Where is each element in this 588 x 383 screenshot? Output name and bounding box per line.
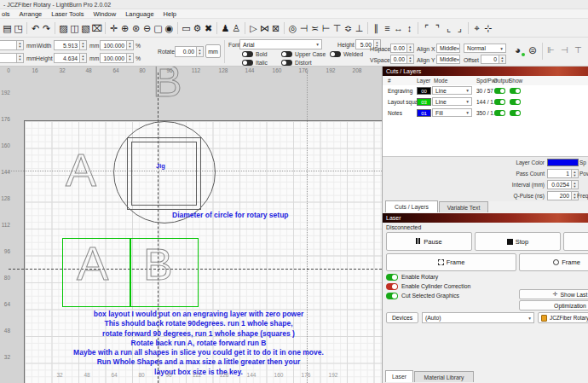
current-device-button[interactable]: JCZFiber Rotary <box>538 312 588 323</box>
output-toggle[interactable] <box>494 88 505 94</box>
height-pct-spinner[interactable] <box>127 53 134 63</box>
hspace-spinner[interactable] <box>407 44 414 53</box>
output-toggle[interactable] <box>494 110 505 116</box>
copy-icon[interactable]: ◫ <box>69 21 80 35</box>
menu-window[interactable]: Window <box>94 10 117 18</box>
show-toggle[interactable] <box>510 88 521 94</box>
interval-spinner[interactable] <box>572 180 579 189</box>
notes-text-block[interactable]: box layout I would put on an engraving l… <box>15 310 382 377</box>
align-y-select[interactable]: Middle▾ <box>436 55 460 64</box>
corner-tl-icon[interactable]: ⌜ <box>421 21 432 35</box>
machine-settings-icon[interactable]: ✖ <box>203 21 214 35</box>
interval-field[interactable]: 0.0254 <box>547 180 572 189</box>
xpos-field[interactable] <box>0 40 17 50</box>
layer-mode-select[interactable]: Fill▾ <box>432 108 472 117</box>
ypos-spinner[interactable] <box>17 53 24 63</box>
tab-variable-text[interactable]: Variable Text <box>439 201 488 212</box>
show-last-button[interactable]: ✛ Show Last <box>519 289 588 299</box>
focus-target-icon[interactable]: ◎ <box>287 21 298 35</box>
show-toggle[interactable] <box>510 110 521 116</box>
user-icon[interactable]: ♙ <box>231 21 242 35</box>
xpos-spinner[interactable] <box>17 40 24 50</box>
pass-count-field[interactable]: 1 <box>547 169 572 178</box>
design-canvas[interactable]: 0 16 32 48 64 80 96 112 128 144 160 176 … <box>0 67 382 383</box>
start-arrow-icon[interactable]: ▷ <box>248 21 259 35</box>
text-style-select[interactable]: Normal▾ <box>464 44 506 53</box>
vspace-spinner[interactable] <box>407 55 414 64</box>
enable-rotary-toggle[interactable] <box>386 274 398 281</box>
output-toggle[interactable] <box>494 99 505 105</box>
letter-b-top-shape[interactable]: B <box>153 67 182 103</box>
offset-spinner[interactable] <box>499 55 506 64</box>
align-right-icon[interactable]: ⊢ <box>320 21 331 35</box>
select-marquee-icon[interactable]: ▢ <box>153 21 164 35</box>
hspace-equal-icon[interactable]: ↔ <box>393 21 404 35</box>
corner-br-icon[interactable]: ⌟ <box>454 21 465 35</box>
delete-icon[interactable]: ⌧ <box>91 21 102 35</box>
layer-row-notes[interactable]: Notes 01 Fill▾ 350 / 1.0 <box>383 107 588 119</box>
camera-icon[interactable]: ◉ <box>164 21 175 35</box>
import-icon[interactable]: ◳ <box>13 21 24 35</box>
layer-mode-select[interactable]: Line▾ <box>432 86 472 95</box>
zoom-frame-icon[interactable]: ⊛ <box>130 21 141 35</box>
vspace-equal-icon[interactable]: ↕ <box>404 21 415 35</box>
laser-header[interactable]: Laser <box>383 213 588 223</box>
box-letter-b-shape[interactable]: B <box>143 242 173 287</box>
redo-icon[interactable]: ↷ <box>41 21 52 35</box>
italic-toggle[interactable] <box>242 60 253 66</box>
laser-pointer-icon[interactable]: ◕ <box>515 44 521 56</box>
device-settings-icon[interactable]: ⚙ <box>192 21 203 35</box>
height-spinner[interactable] <box>80 53 87 63</box>
align-bottom-icon[interactable]: ⊥ <box>354 21 365 35</box>
zoom-out-icon[interactable]: ⊖ <box>141 21 153 35</box>
paste-special-icon[interactable]: ▨ <box>58 21 69 35</box>
hang-icon[interactable]: ⊤ <box>574 45 582 55</box>
preview-icon[interactable]: ▭ <box>181 21 192 35</box>
upper-case-toggle[interactable] <box>281 51 292 57</box>
jig-label[interactable]: Jig <box>156 162 165 170</box>
distribute-h-icon[interactable]: ∥ <box>371 21 382 35</box>
push-left-icon[interactable]: ⊩ <box>547 45 555 55</box>
layer-color-chip[interactable]: 03 <box>417 98 431 106</box>
frame-circle-button[interactable]: Frame <box>519 253 588 271</box>
undo-icon[interactable]: ↶ <box>30 21 41 35</box>
rotate-spinner[interactable] <box>197 46 204 57</box>
menu-tools[interactable]: ols <box>2 10 10 18</box>
layer-mode-select[interactable]: Line▾ <box>432 97 472 106</box>
menu-laser-tools[interactable]: Laser Tools <box>51 10 84 18</box>
width-pct-field[interactable]: 100.000 <box>100 40 127 50</box>
align-left-icon[interactable]: ⊣ <box>298 21 309 35</box>
width-spinner[interactable] <box>80 40 87 50</box>
tab-cuts-layers[interactable]: Cuts / Layers <box>385 200 438 212</box>
height-pct-field[interactable]: 100.000 <box>100 53 127 63</box>
layer-row-layout-square[interactable]: Layout square 03 Line▾ 144 / 1.0 <box>383 96 588 107</box>
device-auto-select[interactable]: (Auto) ▾ <box>422 312 534 323</box>
menu-arrange[interactable]: Arrange <box>20 10 43 18</box>
corner-tr-icon[interactable]: ⌝ <box>432 21 443 35</box>
bold-toggle[interactable] <box>242 51 253 57</box>
mirror-h-icon[interactable]: ⋈ <box>259 21 270 35</box>
menu-language[interactable]: Language <box>125 10 153 18</box>
align-middle-icon[interactable]: ≎ <box>343 21 354 35</box>
mirror-v-icon[interactable]: ⊠ <box>270 21 281 35</box>
height-field[interactable]: 4.634 <box>54 53 80 63</box>
width-field[interactable]: 5.913 <box>54 40 80 50</box>
push-right-icon[interactable]: ⊣ <box>561 45 568 55</box>
ypos-field[interactable] <box>0 53 17 63</box>
devices-button[interactable]: Devices <box>386 312 418 323</box>
start-button-clipped[interactable] <box>563 232 588 251</box>
cuts-layers-header[interactable]: Cuts / Layers <box>383 67 588 76</box>
layer-color-chip[interactable]: 01 <box>417 109 431 117</box>
layer-color-swatch[interactable] <box>547 159 579 166</box>
frame-button[interactable]: Frame <box>386 253 516 271</box>
stop-button[interactable]: Stop <box>475 232 561 251</box>
pass-count-spinner[interactable] <box>572 169 579 178</box>
users-icon[interactable]: ♟ <box>220 21 231 35</box>
optimization-button[interactable]: Optimization <box>519 300 588 310</box>
cylinder-correction-toggle[interactable] <box>386 283 398 290</box>
units-button[interactable]: mm <box>205 44 221 58</box>
jig-square-outer[interactable] <box>127 137 201 210</box>
width-pct-spinner[interactable] <box>127 40 134 50</box>
align-x-select[interactable]: Middle▾ <box>436 44 460 53</box>
distribute-v-icon[interactable]: ≡ <box>382 21 393 35</box>
